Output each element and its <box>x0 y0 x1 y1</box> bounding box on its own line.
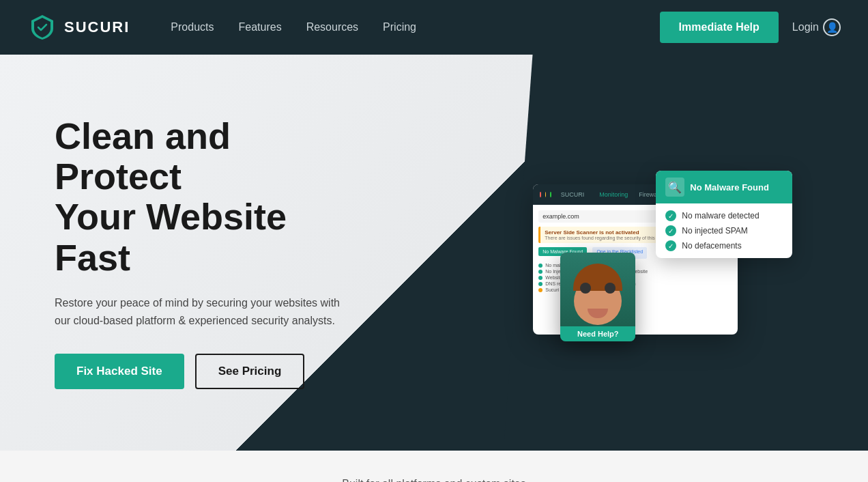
dot-red <box>540 192 540 197</box>
malware-card-body: ✓ No malware detected ✓ No injected SPAM… <box>656 203 792 258</box>
check-icon-1: ✓ <box>665 225 676 236</box>
malware-card-title: No Malware Found <box>690 182 769 193</box>
nav-link-pricing[interactable]: Pricing <box>383 21 416 33</box>
avatar-face-container <box>570 264 625 325</box>
hero-content: Clean and Protect Your Website Fast Rest… <box>0 75 396 431</box>
platforms-section: Built for all platforms and custom sites… <box>0 451 868 482</box>
platforms-title: Built for all platforms and custom sites <box>27 478 841 482</box>
login-button[interactable]: Login 👤 <box>792 18 841 36</box>
agent-avatar: Need Help? <box>560 253 635 341</box>
malware-text-1: No injected SPAM <box>682 226 748 236</box>
sucuri-label: SUCURI <box>561 191 585 198</box>
malware-text-2: No defacements <box>682 241 741 251</box>
dot-yellow <box>545 192 546 197</box>
login-label: Login <box>792 21 819 33</box>
user-icon: 👤 <box>823 18 841 36</box>
hero-subtitle: Restore your peace of mind by securing y… <box>55 294 355 329</box>
malware-item-1: ✓ No injected SPAM <box>665 225 783 236</box>
nav-link-products[interactable]: Products <box>171 21 214 33</box>
malware-card-header: 🔍 No Malware Found <box>656 171 792 203</box>
see-pricing-button[interactable]: See Pricing <box>195 354 305 389</box>
dash-dot-3 <box>538 282 542 286</box>
dash-dot-1 <box>538 270 542 274</box>
check-icon-0: ✓ <box>665 210 676 221</box>
check-icon-2: ✓ <box>665 240 676 251</box>
nav-link-resources[interactable]: Resources <box>306 21 358 33</box>
malware-card: 🔍 No Malware Found ✓ No malware detected… <box>656 171 792 258</box>
dash-dot-0 <box>538 264 542 268</box>
hero-title: Clean and Protect Your Website Fast <box>55 116 355 279</box>
tab-monitoring: Monitoring <box>599 191 628 198</box>
immediate-help-button[interactable]: Immediate Help <box>660 12 779 43</box>
dash-dot-4 <box>538 288 542 292</box>
avatar-bg: Need Help? <box>560 253 635 341</box>
nav-link-features[interactable]: Features <box>238 21 281 33</box>
fix-hacked-site-button[interactable]: Fix Hacked Site <box>55 354 184 389</box>
hero-image-area: SUCURI Monitoring Firewall Backups Overv… <box>417 55 868 451</box>
dashboard-mockup: SUCURI Monitoring Firewall Backups Overv… <box>533 184 738 335</box>
hero-buttons: Fix Hacked Site See Pricing <box>55 354 355 389</box>
hero-section: Clean and Protect Your Website Fast Rest… <box>0 55 868 451</box>
nav-right: Immediate Help Login 👤 <box>660 12 841 43</box>
dot-green <box>550 192 551 197</box>
malware-text-0: No malware detected <box>682 211 759 221</box>
dash-dot-2 <box>538 276 542 280</box>
search-icon: 🔍 <box>665 178 684 197</box>
nav-logo[interactable]: SUCURi <box>27 12 130 42</box>
navbar: SUCURi Products Features Resources Prici… <box>0 0 868 55</box>
avatar-eye-left <box>580 283 591 294</box>
logo-text: SUCURi <box>64 18 130 36</box>
nav-links: Products Features Resources Pricing <box>171 21 659 33</box>
malware-item-0: ✓ No malware detected <box>665 210 783 221</box>
malware-item-2: ✓ No defacements <box>665 240 783 251</box>
avatar-eye-right <box>605 283 616 294</box>
need-help-badge: Need Help? <box>560 326 635 341</box>
